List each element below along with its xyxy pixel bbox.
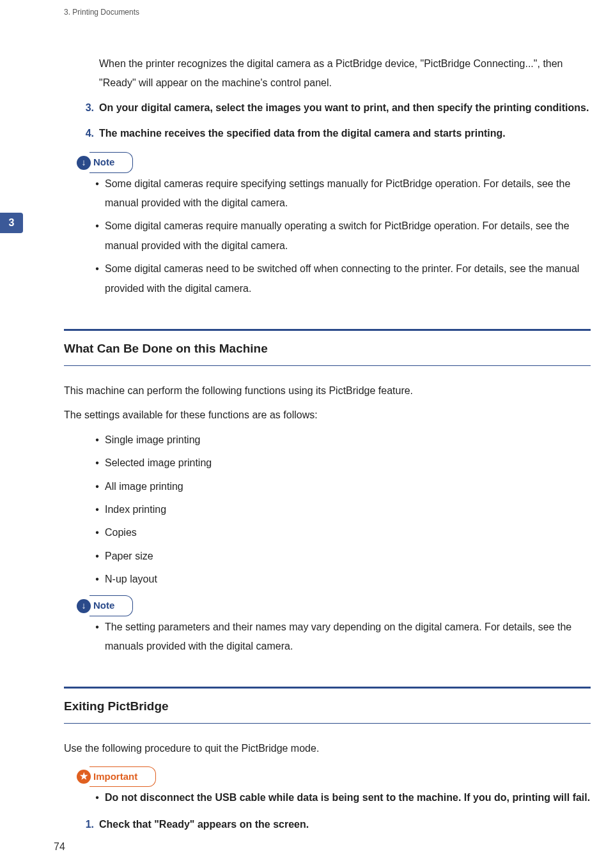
- bullet-icon: •: [89, 217, 105, 255]
- features-list: •Single image printing •Selected image p…: [89, 430, 591, 590]
- header-breadcrumb: 3. Printing Documents: [64, 8, 139, 17]
- list-text: Some digital cameras require specifying …: [105, 174, 591, 213]
- section-heading-what-can-be-done: What Can Be Done on this Machine: [64, 329, 591, 366]
- page-content: When the printer recognizes the digital …: [0, 0, 613, 835]
- bullet-icon: •: [89, 523, 105, 542]
- important-callout: ★ Important: [77, 769, 156, 784]
- paragraph: This machine can perform the following f…: [64, 381, 591, 400]
- bullet-icon: •: [89, 430, 105, 450]
- list-item: •Index printing: [89, 500, 591, 519]
- list-item: • Do not disconnect the USB cable while …: [89, 788, 591, 807]
- important-list: • Do not disconnect the USB cable while …: [89, 788, 591, 807]
- list-item: •N-up layout: [89, 570, 591, 589]
- list-item: • Some digital cameras require specifyin…: [89, 174, 591, 213]
- list-item: • Some digital cameras require manually …: [89, 217, 591, 255]
- list-item: • The setting parameters and their names…: [89, 618, 591, 657]
- list-text: Paper size: [105, 547, 591, 566]
- step-number: 3.: [77, 98, 99, 118]
- chapter-tab: 3: [0, 213, 23, 233]
- note-label: Note: [89, 152, 133, 173]
- list-text: Single image printing: [105, 430, 591, 450]
- list-text: All image printing: [105, 477, 591, 496]
- paragraph: The settings available for these functio…: [64, 406, 591, 425]
- paragraph: Use the following procedure to quit the …: [64, 739, 591, 758]
- list-item: • Some digital cameras need to be switch…: [89, 259, 591, 298]
- note-callout: ↓ Note: [77, 155, 133, 171]
- bullet-icon: •: [89, 547, 105, 566]
- list-text: Index printing: [105, 500, 591, 519]
- list-text: Selected image printing: [105, 453, 591, 473]
- list-text: The setting parameters and their names m…: [105, 618, 591, 657]
- step-4: 4. The machine receives the specified da…: [77, 124, 591, 143]
- list-item: •All image printing: [89, 477, 591, 496]
- list-item: •Paper size: [89, 547, 591, 566]
- bullet-icon: •: [89, 500, 105, 519]
- step-number: 1.: [77, 815, 99, 834]
- bullet-icon: •: [89, 174, 105, 213]
- list-text: Copies: [105, 523, 591, 542]
- list-item: •Selected image printing: [89, 453, 591, 473]
- important-label: Important: [89, 766, 156, 788]
- star-icon: ★: [77, 770, 91, 784]
- bullet-icon: •: [89, 453, 105, 473]
- note-label: Note: [89, 595, 133, 616]
- step-number: 4.: [77, 124, 99, 143]
- list-text: Some digital cameras require manually op…: [105, 217, 591, 255]
- step-text: The machine receives the specified data …: [99, 124, 591, 143]
- step-1: 1. Check that "Ready" appears on the scr…: [77, 815, 591, 834]
- step-text: Check that "Ready" appears on the screen…: [99, 815, 591, 834]
- bullet-icon: •: [89, 570, 105, 589]
- bullet-icon: •: [89, 788, 105, 807]
- note-list: • Some digital cameras require specifyin…: [89, 174, 591, 298]
- note-callout: ↓ Note: [77, 598, 133, 614]
- section-heading-exiting-pictbridge: Exiting PictBridge: [64, 687, 591, 724]
- intro-paragraph: When the printer recognizes the digital …: [99, 54, 591, 93]
- list-text: N-up layout: [105, 570, 591, 589]
- down-arrow-icon: ↓: [77, 156, 91, 170]
- list-text: Some digital cameras need to be switched…: [105, 259, 591, 298]
- list-item: •Copies: [89, 523, 591, 542]
- step-3: 3. On your digital camera, select the im…: [77, 98, 591, 118]
- note-list: • The setting parameters and their names…: [89, 618, 591, 657]
- list-item: •Single image printing: [89, 430, 591, 450]
- step-text: On your digital camera, select the image…: [99, 98, 591, 118]
- bullet-icon: •: [89, 259, 105, 298]
- bullet-icon: •: [89, 618, 105, 657]
- down-arrow-icon: ↓: [77, 599, 91, 613]
- bullet-icon: •: [89, 477, 105, 496]
- page-number: 74: [54, 841, 65, 853]
- list-text: Do not disconnect the USB cable while da…: [105, 788, 591, 807]
